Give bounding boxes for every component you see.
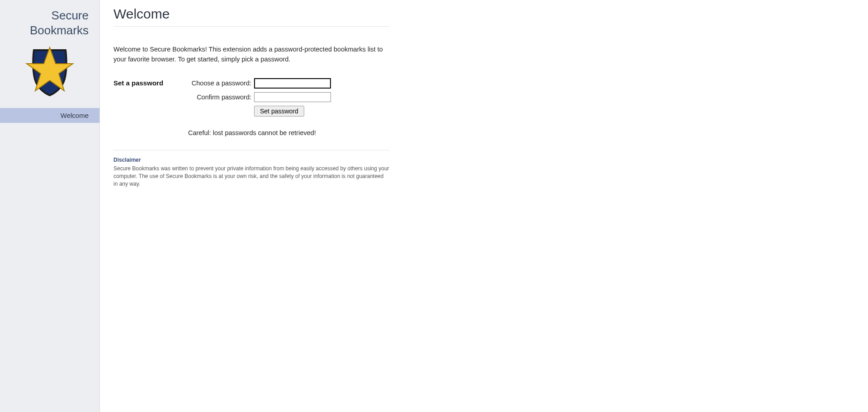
confirm-password-label: Confirm password: [188, 94, 254, 101]
page-title: Welcome [113, 6, 854, 22]
form-section-label: Set a password [113, 78, 188, 87]
sidebar: Secure Bookmarks Welcome [0, 0, 100, 412]
choose-password-input[interactable] [254, 78, 331, 89]
sidebar-nav: Welcome [0, 108, 99, 123]
divider [113, 150, 389, 150]
shield-star-icon [20, 42, 79, 101]
password-warning: Careful: lost passwords cannot be retrie… [113, 129, 464, 136]
sidebar-item-welcome[interactable]: Welcome [0, 108, 99, 123]
sidebar-item-label: Welcome [61, 112, 89, 119]
brand-line-2: Bookmarks [11, 23, 89, 38]
password-form: Set a password Choose a password: Confir… [113, 78, 389, 117]
main-content: Welcome Welcome to Secure Bookmarks! Thi… [100, 0, 868, 412]
app-root: Secure Bookmarks Welcome Welcome Welcome… [0, 0, 868, 412]
brand-title: Secure Bookmarks [0, 0, 99, 42]
intro-text: Welcome to Secure Bookmarks! This extens… [113, 45, 389, 65]
disclaimer-text: Secure Bookmarks was written to prevent … [113, 165, 389, 188]
set-password-button[interactable]: Set password [254, 106, 304, 117]
logo [0, 42, 99, 108]
confirm-password-input[interactable] [254, 92, 331, 102]
brand-line-1: Secure [11, 8, 89, 23]
disclaimer-title: Disclaimer [113, 157, 854, 163]
choose-password-label: Choose a password: [188, 80, 254, 87]
divider [113, 26, 389, 27]
